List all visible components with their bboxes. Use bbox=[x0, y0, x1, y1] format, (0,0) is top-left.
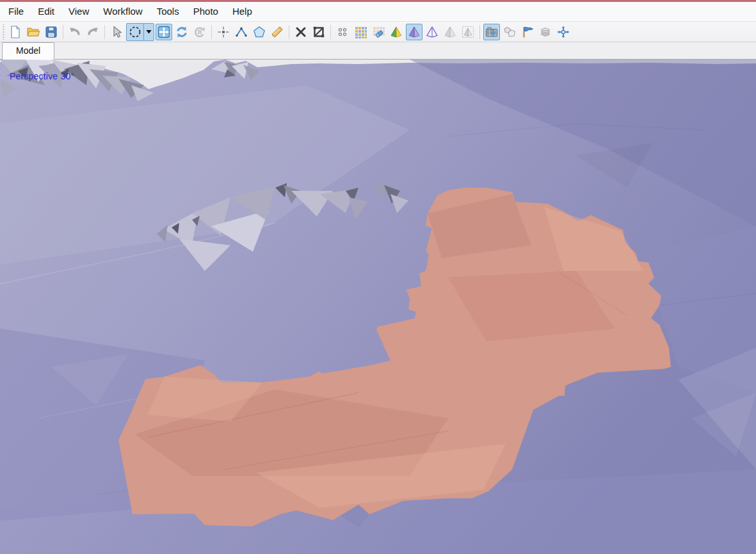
open-project-button[interactable] bbox=[25, 24, 42, 40]
menu-file[interactable]: File bbox=[1, 3, 31, 20]
menu-workflow[interactable]: Workflow bbox=[96, 3, 149, 20]
view-tab-bar: Model bbox=[0, 42, 756, 60]
navigation-mode-icon bbox=[556, 25, 570, 39]
navigation-mode-button[interactable] bbox=[555, 24, 572, 40]
save-project-icon bbox=[44, 25, 58, 39]
angle-measure-icon bbox=[234, 25, 248, 39]
toolbar-separator bbox=[479, 25, 480, 39]
projection-label: Perspective 30° bbox=[10, 71, 74, 81]
open-project-icon bbox=[26, 25, 40, 39]
model-viewport[interactable]: Perspective 30° bbox=[0, 60, 756, 554]
dense-cloud-icon bbox=[353, 25, 367, 39]
arrow-cursor-button[interactable] bbox=[108, 24, 125, 40]
circle-selection-icon bbox=[128, 25, 142, 39]
new-document-icon bbox=[8, 25, 22, 39]
show-cameras-button[interactable] bbox=[483, 24, 500, 40]
toolbar-separator bbox=[63, 25, 63, 39]
show-markers-button[interactable] bbox=[519, 24, 536, 40]
toolbar-separator bbox=[211, 25, 212, 39]
model-shaded-button[interactable] bbox=[388, 24, 405, 40]
menu-view[interactable]: View bbox=[61, 3, 96, 20]
ruler-button[interactable] bbox=[269, 24, 286, 40]
angle-measure-button[interactable] bbox=[233, 24, 250, 40]
navigation-pan-icon bbox=[157, 25, 171, 39]
model-viewport-canvas[interactable] bbox=[0, 60, 756, 554]
draw-polygon-icon bbox=[252, 25, 266, 39]
show-shapes-button[interactable] bbox=[501, 24, 518, 40]
draw-polygon-button[interactable] bbox=[251, 24, 268, 40]
toolbar-separator bbox=[104, 25, 105, 39]
sparse-cloud-icon bbox=[335, 25, 350, 39]
toolbar-separator bbox=[330, 25, 331, 39]
menu-edit[interactable]: Edit bbox=[31, 3, 61, 20]
delete-selection-button[interactable] bbox=[293, 24, 309, 40]
circle-selection-tool bbox=[126, 23, 154, 41]
model-solid-icon bbox=[407, 25, 421, 39]
model-solid-button[interactable] bbox=[406, 24, 422, 40]
rotate-object-icon bbox=[193, 25, 207, 39]
selection-dropdown-button[interactable] bbox=[143, 24, 154, 40]
save-project-button[interactable] bbox=[43, 24, 60, 40]
new-document-button[interactable] bbox=[7, 24, 24, 40]
model-wireframe-icon bbox=[425, 25, 439, 39]
show-shapes-icon bbox=[503, 25, 517, 39]
toolbar-grip[interactable] bbox=[2, 24, 5, 40]
undo-button[interactable] bbox=[67, 24, 83, 40]
dense-cloud-button[interactable] bbox=[352, 24, 369, 40]
model-shaded-icon bbox=[389, 25, 403, 39]
tiled-model-icon bbox=[461, 25, 475, 39]
point-marker-button[interactable] bbox=[215, 24, 232, 40]
sparse-cloud-button[interactable] bbox=[334, 24, 351, 40]
show-layers-icon bbox=[538, 25, 552, 39]
model-textured-button[interactable] bbox=[442, 24, 458, 40]
dense-cloud-classes-icon bbox=[371, 25, 385, 39]
navigation-pan-button[interactable] bbox=[156, 24, 172, 40]
arrow-cursor-icon bbox=[109, 25, 124, 39]
redo-icon bbox=[86, 25, 100, 39]
menu-help[interactable]: Help bbox=[225, 3, 259, 20]
crop-region-button[interactable] bbox=[310, 24, 327, 40]
toolbar-separator bbox=[289, 25, 289, 39]
rotate-object-button[interactable] bbox=[191, 24, 208, 40]
menu-photo[interactable]: Photo bbox=[186, 3, 225, 20]
menu-bar: File Edit View Workflow Tools Photo Help bbox=[0, 2, 756, 21]
delete-selection-icon bbox=[294, 25, 308, 39]
redo-button[interactable] bbox=[84, 24, 101, 40]
tiled-model-button[interactable] bbox=[460, 24, 476, 40]
circle-selection-button[interactable] bbox=[127, 24, 143, 40]
crop-region-icon bbox=[312, 25, 326, 39]
model-textured-icon bbox=[443, 25, 457, 39]
dense-cloud-classes-button[interactable] bbox=[370, 24, 387, 40]
rotate-view-icon bbox=[175, 25, 189, 39]
undo-icon bbox=[68, 25, 82, 39]
point-marker-icon bbox=[216, 25, 230, 39]
tab-model[interactable]: Model bbox=[2, 42, 54, 60]
main-toolbar bbox=[0, 21, 756, 42]
rotate-view-button[interactable] bbox=[173, 24, 190, 40]
chevron-down-icon bbox=[145, 28, 153, 36]
show-layers-button[interactable] bbox=[537, 24, 554, 40]
show-cameras-icon bbox=[485, 25, 499, 39]
ruler-icon bbox=[270, 25, 284, 39]
model-wireframe-button[interactable] bbox=[424, 24, 440, 40]
menu-tools[interactable]: Tools bbox=[150, 3, 186, 20]
show-markers-icon bbox=[520, 25, 535, 39]
